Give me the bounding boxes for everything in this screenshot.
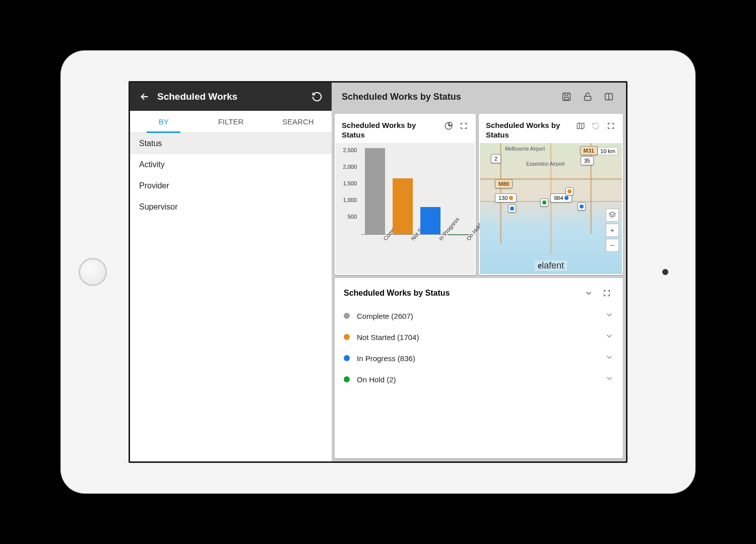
- status-row-0[interactable]: Complete (2607): [335, 305, 623, 326]
- back-arrow-icon[interactable]: [139, 91, 150, 102]
- status-dot-icon: [344, 334, 350, 340]
- status-dot-icon: [344, 376, 350, 382]
- map-marker-dot-blue[interactable]: [508, 205, 516, 213]
- status-dot-icon: [344, 355, 350, 361]
- chart-plot-area: 5001,0001,5002,0002,500CompleteNot Start…: [336, 143, 475, 275]
- status-row-1[interactable]: Not Started (1704): [335, 326, 623, 348]
- chart-ytick: 500: [337, 214, 357, 220]
- chart-ytick: 1,000: [337, 197, 357, 203]
- chart-card: Scheduled Works by Status 5001,0001,5002…: [335, 114, 476, 275]
- status-row-2[interactable]: In Progress (836): [335, 348, 623, 369]
- chart-bar-complete[interactable]: [365, 148, 385, 235]
- map-scale-bar: 10 km: [598, 147, 618, 155]
- group-by-options: Status Activity Provider Supervisor: [130, 133, 332, 218]
- option-supervisor[interactable]: Supervisor: [130, 196, 332, 218]
- status-row-label: On Hold (2): [357, 375, 605, 384]
- road-badge-m80: M80: [495, 179, 513, 188]
- top-cards-row: Scheduled Works by Status 5001,0001,5002…: [332, 114, 626, 275]
- left-header: Scheduled Works: [130, 83, 332, 111]
- svg-rect-0: [563, 93, 571, 101]
- chevron-down-icon: [605, 331, 614, 343]
- list-card-title: Scheduled Works by Status: [344, 289, 582, 298]
- chart-ytick: 2,500: [337, 147, 357, 153]
- refresh-icon[interactable]: [311, 91, 323, 102]
- right-panel-title: Scheduled Works by Status: [342, 92, 461, 102]
- status-dot-icon: [344, 313, 350, 319]
- status-row-label: Complete (2607): [357, 312, 605, 320]
- map-place-essendon: Essendon Airport: [526, 161, 564, 167]
- map-marker-dot-green[interactable]: [540, 198, 548, 207]
- map-marker-dot-orange[interactable]: [565, 187, 574, 195]
- map-marker-35[interactable]: 35: [581, 156, 594, 165]
- svg-rect-2: [585, 96, 591, 100]
- map-place-melb-airport: Melbourne Airport: [505, 146, 545, 152]
- road-badge-m31: M31: [580, 146, 598, 155]
- expand-map-icon[interactable]: [606, 121, 616, 131]
- home-button[interactable]: [79, 258, 107, 286]
- svg-rect-1: [564, 97, 568, 100]
- map-icon[interactable]: [576, 121, 586, 131]
- chart-xlabel: In Progress: [437, 216, 460, 241]
- right-header: Scheduled Works by Status: [332, 83, 626, 111]
- tab-by[interactable]: BY: [130, 111, 197, 132]
- chevron-down-icon: [605, 374, 614, 385]
- chevron-down-icon: [605, 310, 614, 321]
- map-zoom-in-button[interactable]: +: [606, 224, 619, 237]
- map-card-title: Scheduled Works by Status: [486, 121, 572, 140]
- left-panel-title: Scheduled Works: [157, 91, 237, 102]
- tab-filter[interactable]: FILTER: [197, 111, 264, 132]
- tablet-frame: Scheduled Works BY FILTER SEARCH Status …: [60, 50, 696, 494]
- expand-icon[interactable]: [459, 121, 469, 131]
- status-row-3[interactable]: On Hold (2): [335, 369, 623, 390]
- front-camera: [662, 269, 668, 275]
- left-panel: Scheduled Works BY FILTER SEARCH Status …: [130, 83, 332, 461]
- status-row-label: Not Started (1704): [357, 333, 605, 342]
- map-brand-label: elafent: [535, 260, 567, 271]
- chart-bar-in-progress[interactable]: [420, 207, 440, 235]
- map-layers-icon[interactable]: [606, 209, 619, 222]
- chart-card-title: Scheduled Works by Status: [342, 121, 439, 140]
- chart-ytick: 1,500: [337, 180, 357, 186]
- map-marker-2[interactable]: 2: [491, 154, 501, 163]
- chart-ytick: 2,000: [337, 164, 357, 170]
- collapse-all-icon[interactable]: [582, 286, 596, 300]
- option-status[interactable]: Status: [130, 133, 332, 154]
- map-marker-130[interactable]: 130: [495, 193, 517, 202]
- option-activity[interactable]: Activity: [130, 154, 332, 175]
- pie-chart-icon[interactable]: [444, 121, 454, 131]
- right-panel: Scheduled Works by Status Scheduled Work…: [332, 83, 626, 461]
- expand-list-icon[interactable]: [600, 286, 614, 300]
- refresh-map-icon[interactable]: [591, 121, 601, 131]
- status-list-card: Scheduled Works by Status Complete (2607…: [335, 278, 623, 458]
- map-marker-dot-blue-2[interactable]: [578, 202, 586, 211]
- lock-icon[interactable]: [581, 90, 595, 104]
- map-viewport[interactable]: Essendon Airport Melbourne Airport M80 M…: [480, 143, 622, 275]
- chart-bar-not-started[interactable]: [393, 178, 413, 235]
- option-provider[interactable]: Provider: [130, 175, 332, 196]
- map-card: Scheduled Works by Status: [479, 114, 623, 275]
- left-tabs: BY FILTER SEARCH: [130, 111, 332, 133]
- chevron-down-icon: [605, 353, 614, 364]
- save-icon[interactable]: [559, 90, 574, 104]
- map-zoom-out-button[interactable]: −: [606, 239, 619, 252]
- split-view-icon[interactable]: [602, 90, 616, 104]
- app-screen: Scheduled Works BY FILTER SEARCH Status …: [129, 81, 627, 463]
- status-row-label: In Progress (836): [357, 354, 605, 363]
- tab-search[interactable]: SEARCH: [265, 111, 332, 132]
